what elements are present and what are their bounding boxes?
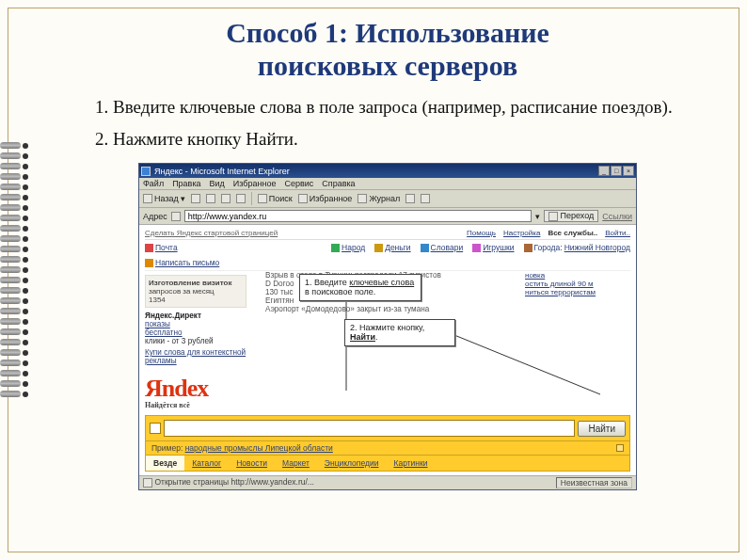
stop-button[interactable] bbox=[206, 194, 215, 203]
go-button[interactable]: Переход bbox=[544, 210, 598, 222]
status-left-text: Открытие страницы http://www.yandex.ru/.… bbox=[154, 477, 314, 487]
maximize-button[interactable]: □ bbox=[611, 166, 622, 176]
c1-b: ключевые слова bbox=[349, 278, 414, 287]
refresh-button[interactable] bbox=[221, 194, 230, 203]
compose-label: Написать письмо bbox=[155, 258, 219, 267]
offer-num: 1354 bbox=[149, 296, 166, 304]
svc-city[interactable]: Города: Нижний Новгород bbox=[524, 243, 630, 252]
yandex-page: Сделать Яндекс стартовой страницей Помощ… bbox=[139, 225, 636, 475]
go-label: Переход bbox=[561, 211, 595, 220]
forward-button[interactable] bbox=[191, 194, 200, 203]
c2-b: Найти bbox=[350, 332, 375, 342]
mail-tool-button[interactable] bbox=[405, 194, 415, 203]
stop-icon bbox=[206, 194, 215, 203]
make-start-link[interactable]: Сделать Яндекс стартовой страницей bbox=[145, 229, 278, 237]
ie-icon bbox=[141, 167, 151, 176]
menu-tools[interactable]: Сервис bbox=[284, 179, 313, 188]
tab-catalog[interactable]: Каталог bbox=[184, 456, 229, 471]
tab-news[interactable]: Новости bbox=[229, 456, 275, 471]
star-icon bbox=[298, 194, 308, 203]
menubar: Файл Правка Вид Избранное Сервис Справка bbox=[139, 178, 636, 190]
tab-images[interactable]: Картинки bbox=[386, 456, 435, 471]
go-icon bbox=[548, 212, 558, 221]
favorites-button[interactable]: Избранное bbox=[298, 194, 353, 203]
dict-icon bbox=[421, 244, 429, 252]
journal-button[interactable]: Журнал bbox=[358, 194, 400, 203]
c1-a: 1. Введите bbox=[305, 278, 349, 287]
yandex-logo: Яndex Найдётся всё bbox=[145, 375, 246, 409]
svc-games[interactable]: Игрушки bbox=[472, 243, 514, 252]
menu-edit[interactable]: Правка bbox=[172, 179, 200, 188]
address-input[interactable] bbox=[184, 210, 532, 222]
all-services-link[interactable]: Все службы.. bbox=[548, 229, 597, 237]
minimize-button[interactable]: _ bbox=[598, 166, 610, 176]
print-icon bbox=[421, 194, 430, 203]
example-row: Пример: народные промыслы Липецкой облас… bbox=[151, 443, 333, 453]
direct-shows[interactable]: показы bbox=[145, 320, 246, 328]
pen-icon bbox=[145, 259, 153, 267]
print-button[interactable] bbox=[421, 194, 430, 203]
svc-games-label: Игрушки bbox=[483, 243, 514, 252]
title-line2: поисковых серверов bbox=[258, 50, 518, 81]
close-button[interactable]: × bbox=[623, 166, 634, 176]
c2-c: . bbox=[375, 332, 378, 342]
login-link[interactable]: Войти.. bbox=[605, 229, 630, 237]
window-titlebar[interactable]: Яндекс - Microsoft Internet Explorer _ □… bbox=[139, 164, 636, 178]
settings-link[interactable]: Настройка bbox=[503, 229, 540, 237]
status-left: Открытие страницы http://www.yandex.ru/.… bbox=[143, 477, 314, 488]
rlink-3[interactable]: ниться террористам bbox=[525, 288, 630, 296]
games-icon bbox=[472, 244, 481, 252]
rlink-2[interactable]: остить длиной 90 м bbox=[525, 280, 630, 288]
news-5[interactable]: Аэропорт «Домодедово» закрыт из-за туман… bbox=[265, 305, 519, 313]
tab-all[interactable]: Везде bbox=[146, 456, 184, 471]
direct-free[interactable]: бесплатно bbox=[145, 328, 246, 337]
svc-mail[interactable]: Почта bbox=[145, 243, 178, 252]
direct-clicks: клики - от 3 рублей bbox=[145, 337, 214, 345]
svc-narod-label: Народ bbox=[342, 243, 365, 252]
svc-money[interactable]: Деньги bbox=[374, 243, 410, 252]
menu-view[interactable]: Вид bbox=[210, 179, 225, 188]
rlink-1[interactable]: новка bbox=[525, 271, 630, 280]
tab-enc[interactable]: Энциклопедии bbox=[317, 456, 387, 471]
search-input[interactable] bbox=[164, 420, 575, 437]
tab-market[interactable]: Маркет bbox=[275, 456, 317, 471]
narod-icon bbox=[331, 244, 340, 252]
step-1: Введите ключевые слова в поле запроса (н… bbox=[113, 97, 681, 118]
links-button[interactable]: Ссылки bbox=[602, 212, 632, 221]
search-tabs: Везде Каталог Новости Маркет Энциклопеди… bbox=[145, 456, 630, 472]
example-text[interactable]: народные промыслы Липецкой области bbox=[185, 443, 333, 453]
menu-file[interactable]: Файл bbox=[143, 179, 164, 188]
status-bar: Открытие страницы http://www.yandex.ru/.… bbox=[139, 475, 636, 489]
example-label: Пример: bbox=[151, 443, 183, 453]
home-button[interactable] bbox=[236, 194, 246, 203]
keyboard-icon[interactable] bbox=[150, 423, 161, 434]
svc-narod[interactable]: Народ bbox=[331, 243, 365, 252]
menu-help[interactable]: Справка bbox=[322, 179, 355, 188]
menu-fav[interactable]: Избранное bbox=[233, 179, 277, 188]
callout-1: 1. Введите ключевые слова в поисковое по… bbox=[299, 274, 421, 301]
search-icon bbox=[258, 194, 267, 203]
svc-dict[interactable]: Словари bbox=[421, 243, 464, 252]
instruction-list: Введите ключевые слова в поле запроса (н… bbox=[75, 97, 681, 150]
direct-title: Яндекс.Директ bbox=[145, 312, 246, 320]
right-column: новка остить длиной 90 м ниться террорис… bbox=[525, 271, 630, 409]
fav-label: Избранное bbox=[310, 194, 353, 203]
compose-mail[interactable]: Написать письмо bbox=[145, 258, 219, 267]
c2-a: 2. Нажмите кнопку, bbox=[350, 323, 424, 332]
window-title: Яндекс - Microsoft Internet Explorer bbox=[154, 167, 290, 176]
page-icon bbox=[171, 212, 181, 221]
find-button[interactable]: Найти bbox=[578, 421, 626, 437]
step-2: Нажмите кнопку Найти. bbox=[113, 129, 681, 150]
search-tool-button[interactable]: Поиск bbox=[258, 194, 293, 203]
money-icon bbox=[374, 244, 383, 252]
title-line1: Способ 1: Использование bbox=[226, 17, 549, 48]
collapse-icon[interactable] bbox=[616, 444, 624, 452]
address-bar: Адрес ▾ Переход Ссылки bbox=[139, 208, 636, 225]
direct-buy[interactable]: Купи слова для контекстной рекламы bbox=[145, 348, 246, 365]
toolbar: Назад ▾ Поиск Избранное Журнал bbox=[139, 190, 636, 208]
globe-icon bbox=[143, 478, 152, 488]
back-button[interactable]: Назад ▾ bbox=[143, 194, 185, 203]
home-icon bbox=[236, 194, 246, 203]
svc-money-label: Деньги bbox=[385, 243, 410, 252]
help-link[interactable]: Помощь bbox=[467, 229, 496, 237]
